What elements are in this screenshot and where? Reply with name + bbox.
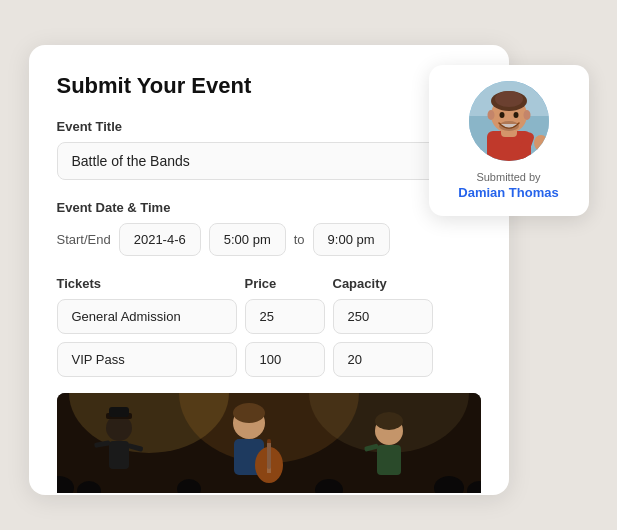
ticket-price-2[interactable]: 100 bbox=[245, 342, 325, 377]
tickets-header: Tickets Price Capacity bbox=[57, 276, 481, 291]
tickets-col-label: Tickets bbox=[57, 276, 237, 291]
svg-rect-7 bbox=[109, 441, 129, 469]
ticket-row-1: General Admission 25 250 bbox=[57, 299, 481, 334]
svg-rect-6 bbox=[109, 407, 129, 417]
svg-rect-19 bbox=[377, 445, 401, 475]
event-title-input[interactable] bbox=[57, 142, 481, 180]
svg-point-18 bbox=[375, 412, 403, 430]
tickets-section: Tickets Price Capacity General Admission… bbox=[57, 276, 481, 377]
datetime-label: Event Date & Time bbox=[57, 200, 481, 215]
svg-point-38 bbox=[523, 110, 530, 120]
form-title: Submit Your Event bbox=[57, 73, 481, 99]
submitted-by-label: Submitted by bbox=[476, 171, 540, 183]
ticket-name-2[interactable]: VIP Pass bbox=[57, 342, 237, 377]
submitter-card: Submitted by Damian Thomas bbox=[429, 65, 589, 216]
date-input[interactable]: 2021-4-6 bbox=[119, 223, 201, 256]
svg-point-40 bbox=[534, 135, 548, 151]
svg-point-35 bbox=[513, 112, 518, 118]
svg-point-34 bbox=[499, 112, 504, 118]
svg-point-36 bbox=[499, 121, 519, 131]
avatar bbox=[469, 81, 549, 161]
time-start-input[interactable]: 5:00 pm bbox=[209, 223, 286, 256]
datetime-row: Start/End 2021-4-6 5:00 pm to 9:00 pm bbox=[57, 223, 481, 256]
ticket-capacity-2[interactable]: 20 bbox=[333, 342, 433, 377]
time-end-input[interactable]: 9:00 pm bbox=[313, 223, 390, 256]
start-end-label: Start/End bbox=[57, 232, 111, 247]
ticket-price-1[interactable]: 25 bbox=[245, 299, 325, 334]
event-image bbox=[57, 393, 481, 493]
scene: Submit Your Event Event Title Event Date… bbox=[29, 25, 589, 505]
svg-point-37 bbox=[487, 110, 494, 120]
svg-point-33 bbox=[495, 91, 523, 107]
svg-point-11 bbox=[233, 403, 265, 423]
event-title-label: Event Title bbox=[57, 119, 481, 134]
ticket-row-2: VIP Pass 100 20 bbox=[57, 342, 481, 377]
submitter-name: Damian Thomas bbox=[458, 185, 558, 200]
price-col-label: Price bbox=[245, 276, 325, 291]
capacity-col-label: Capacity bbox=[333, 276, 433, 291]
svg-rect-14 bbox=[267, 439, 271, 469]
to-label: to bbox=[294, 232, 305, 247]
ticket-capacity-1[interactable]: 250 bbox=[333, 299, 433, 334]
ticket-name-1[interactable]: General Admission bbox=[57, 299, 237, 334]
datetime-section: Event Date & Time Start/End 2021-4-6 5:0… bbox=[57, 200, 481, 256]
